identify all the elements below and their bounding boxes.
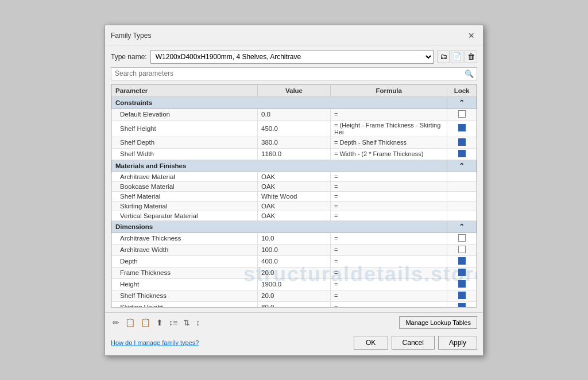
cell-formula: = [331,301,447,308]
cell-lock[interactable] [447,232,477,244]
cell-lock[interactable] [447,255,477,267]
type-name-select[interactable]: W1200xD400xH1900mm, 4 Shelves, Architrav… [150,50,434,64]
cell-formula: = [331,244,447,255]
cell-formula: = [331,201,447,211]
cell-value-td: 450.0 [258,120,331,137]
table-row: Default Elevation 0.0 = [112,108,477,120]
table-row: Skirting Material OAK = [112,201,477,211]
cell-value: 0.0 [261,111,270,118]
cell-formula: = [331,211,447,220]
cell-lock[interactable] [447,137,477,148]
section-collapse[interactable]: ⌃ [447,160,477,172]
title-bar: Family Types ✕ [105,25,483,45]
table-row: Architrave Material OAK = [112,172,477,181]
section-label: Constraints [112,96,447,108]
cell-lock[interactable] [447,267,477,278]
lock-checkbox[interactable] [458,234,466,242]
cell-parameter: Shelf Width [112,148,258,160]
close-button[interactable]: ✕ [466,30,477,41]
cell-parameter: Frame Thickness [112,267,258,278]
cell-value-td: 10.0 [258,232,331,244]
cell-lock[interactable] [447,108,477,120]
cell-parameter: Bookcase Material [112,181,258,191]
table-row: Vertical Separator Material OAK = [112,211,477,220]
lock-checkbox[interactable] [458,150,466,157]
cell-lock[interactable] [447,244,477,255]
col-value: Value [258,84,331,96]
family-types-dialog: Family Types ✕ Type name: W1200xD400xH19… [105,25,483,356]
lock-checkbox[interactable] [458,110,466,118]
type-name-label: Type name: [111,53,147,61]
lock-checkbox[interactable] [458,303,466,308]
cell-value: 1900.0 [261,281,281,288]
cell-lock[interactable] [447,290,477,301]
cell-formula: = [331,290,447,301]
edit-param-button[interactable]: ✏ [111,317,121,328]
cell-parameter: Default Elevation [112,108,258,120]
sort-za-button[interactable]: ↕ [194,317,202,328]
cell-lock[interactable] [447,201,477,211]
cancel-button[interactable]: Cancel [392,336,435,350]
cell-lock[interactable] [447,148,477,160]
help-link[interactable]: How do I manage family types? [111,339,199,346]
table-row: Shelf Material White Wood = [112,191,477,201]
cell-formula: = [331,172,447,181]
section-collapse[interactable]: ⌃ [447,220,477,232]
cell-lock[interactable] [447,278,477,290]
cell-parameter: Skirting Material [112,201,258,211]
cell-value-td: 20.0 [258,290,331,301]
cell-formula: = [331,232,447,244]
section-collapse[interactable]: ⌃ [447,96,477,108]
move-up-button[interactable]: ⬆ [154,317,165,328]
new-type-button[interactable]: 🗂 [437,51,450,63]
ok-button[interactable]: OK [354,336,388,350]
cell-value: OAK [261,212,275,219]
cell-value-td: 1160.0 [258,148,331,160]
table-row: Shelf Thickness 20.0 = [112,290,477,301]
cell-lock[interactable] [447,120,477,137]
cell-lock[interactable] [447,191,477,201]
dialog-buttons: OK Cancel Apply [354,336,477,350]
cell-parameter: Height [112,278,258,290]
type-name-row: Type name: W1200xD400xH1900mm, 4 Shelves… [111,50,477,64]
lock-checkbox[interactable] [458,292,466,299]
cell-lock[interactable] [447,172,477,181]
cell-value: 380.0 [261,139,278,146]
parameters-table-container: structuraldetails.store Parameter Value … [111,84,477,308]
search-input[interactable] [111,68,462,79]
manage-lookup-button[interactable]: Manage Lookup Tables [399,316,477,329]
table-row: Shelf Height 450.0 = (Height - Frame Thi… [112,120,477,137]
lock-checkbox[interactable] [458,269,466,276]
cell-formula: = (Height - Frame Thickness - Skirting H… [331,120,447,137]
cell-value-td: OAK [258,172,331,181]
cell-parameter: Shelf Material [112,191,258,201]
table-row: Skirting Height 80.0 = [112,301,477,308]
sort-az-button[interactable]: ⇅ [181,317,192,328]
delete-type-button[interactable]: 🗑 [465,51,477,63]
lock-checkbox[interactable] [458,124,466,131]
table-row: Height 1900.0 = [112,278,477,290]
table-row: Shelf Depth 380.0 = Depth - Shelf Thickn… [112,137,477,148]
new-param-button[interactable]: 📋 [123,317,137,328]
type-icons: 🗂 📄 🗑 [437,51,477,63]
cell-lock[interactable] [447,301,477,308]
apply-button[interactable]: Apply [438,336,477,350]
cell-lock[interactable] [447,181,477,191]
cell-parameter: Shelf Depth [112,137,258,148]
dup-param-button[interactable]: 📋 [139,317,152,328]
lock-checkbox[interactable] [458,246,466,253]
sort-button[interactable]: ↕≡ [167,317,179,328]
bottom-toolbar: ✏ 📋 📋 ⬆ ↕≡ ⇅ ↕ Manage Lookup Tables [105,312,483,332]
cell-parameter: Vertical Separator Material [112,211,258,220]
cell-value: 80.0 [261,304,274,308]
cell-lock[interactable] [447,211,477,220]
cell-parameter: Architrave Thickness [112,232,258,244]
lock-checkbox[interactable] [458,280,466,288]
lock-checkbox[interactable] [458,138,466,146]
cell-value-td: 400.0 [258,255,331,267]
cell-parameter: Shelf Thickness [112,290,258,301]
lock-checkbox[interactable] [458,257,466,265]
cell-value-td: OAK [258,211,331,220]
duplicate-type-button[interactable]: 📄 [451,51,463,63]
search-button[interactable]: 🔍 [462,68,477,80]
